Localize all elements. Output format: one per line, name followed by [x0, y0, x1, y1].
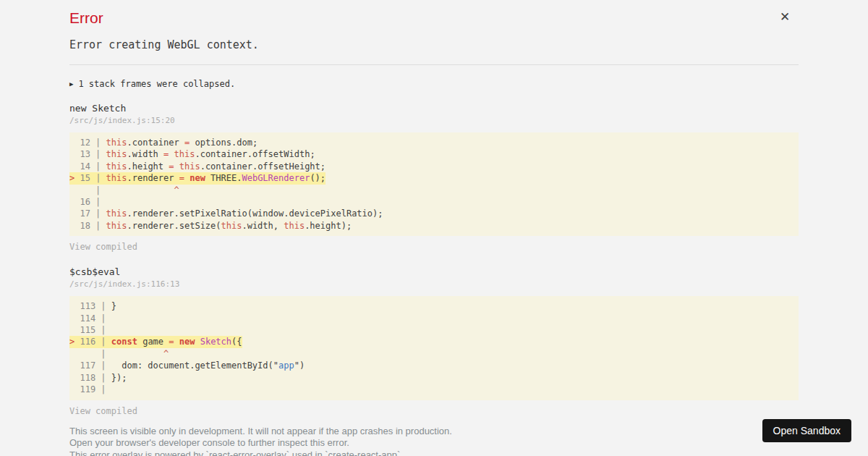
- stack-frame-2: $csb$eval /src/js/index.js:116:13 113 | …: [69, 266, 799, 416]
- footer-line-overlay-note: This error overlay is powered by `react-…: [69, 449, 799, 456]
- error-overlay: Error Error creating WebGL context. ▶1 s…: [0, 0, 868, 456]
- divider: [69, 64, 799, 65]
- footer-line-dev-note: This screen is visible only in developme…: [69, 426, 799, 438]
- frame-function-name: new Sketch: [69, 103, 799, 114]
- code-line: 17 | this.renderer.setPixelRatio(window.…: [69, 208, 799, 219]
- code-line: 119 |: [69, 384, 799, 395]
- view-compiled-link[interactable]: View compiled: [69, 406, 137, 416]
- open-sandbox-button[interactable]: Open Sandbox: [762, 419, 851, 442]
- footer-line-console-note: Open your browser's developer console to…: [69, 437, 799, 449]
- code-line: 115 |: [69, 324, 799, 336]
- code-line: 16 |: [69, 196, 799, 208]
- code-line: | ^: [69, 348, 799, 360]
- view-compiled-link[interactable]: View compiled: [69, 242, 137, 252]
- code-line: 13 | this.width = this.container.offsetW…: [69, 148, 799, 160]
- frame-location: /src/js/index.js:15:20: [69, 116, 799, 125]
- collapsed-frames-toggle[interactable]: ▶1 stack frames were collapsed.: [69, 79, 799, 89]
- code-frame: 12 | this.container = options.dom; 13 | …: [69, 132, 799, 236]
- code-line: > 116 | const game = new Sketch({: [69, 336, 799, 347]
- code-line: > 15 | this.renderer = new THREE.WebGLRe…: [69, 172, 799, 184]
- code-line: 114 |: [69, 313, 799, 324]
- chevron-right-icon: ▶: [69, 80, 73, 88]
- code-line: 118 | });: [69, 372, 799, 384]
- close-icon[interactable]: ✕: [780, 9, 790, 24]
- footer: This screen is visible only in developme…: [69, 426, 799, 456]
- collapsed-frames-label: 1 stack frames were collapsed.: [78, 79, 235, 89]
- code-line: 12 | this.container = options.dom;: [69, 137, 799, 148]
- code-line: 14 | this.height = this.container.offset…: [69, 161, 799, 172]
- error-message: Error creating WebGL context.: [69, 38, 799, 51]
- stack-frame-1: new Sketch /src/js/index.js:15:20 12 | t…: [69, 103, 799, 253]
- code-frame: 113 | } 114 | 115 |> 116 | const game = …: [69, 296, 799, 400]
- code-line: 117 | dom: document.getElementById("app"…: [69, 360, 799, 371]
- page-title: Error: [69, 9, 799, 26]
- frame-location: /src/js/index.js:116:13: [69, 279, 799, 289]
- code-line: | ^: [69, 185, 799, 196]
- code-line: 113 | }: [69, 300, 799, 312]
- code-line: 18 | this.renderer.setSize(this.width, t…: [69, 220, 799, 232]
- frame-function-name: $csb$eval: [69, 266, 799, 277]
